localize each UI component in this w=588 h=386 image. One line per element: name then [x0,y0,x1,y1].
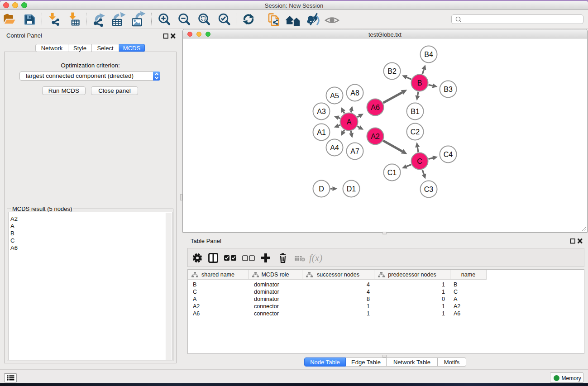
svg-text:A: A [347,118,352,126]
svg-text:f(x): f(x) [309,253,322,263]
svg-text:D: D [319,185,324,193]
svg-text:A1: A1 [317,129,326,136]
svg-text:B4: B4 [424,51,433,58]
svg-text:A6: A6 [371,104,380,111]
svg-text:A3: A3 [317,108,326,115]
svg-text:B3: B3 [444,86,453,93]
svg-text:A2: A2 [371,133,380,140]
svg-text:C3: C3 [424,186,434,193]
svg-text:B2: B2 [387,67,397,75]
svg-text:A7: A7 [350,148,359,155]
svg-text:C2: C2 [411,128,420,136]
svg-text:C1: C1 [387,169,397,176]
svg-text:C: C [417,157,422,165]
svg-text:A4: A4 [330,144,339,152]
svg-text:D1: D1 [347,185,356,193]
svg-text:C4: C4 [444,151,453,158]
svg-text:A8: A8 [350,89,359,97]
svg-text:A5: A5 [330,92,339,100]
svg-text:B1: B1 [411,108,420,115]
svg-text:B: B [417,79,422,87]
